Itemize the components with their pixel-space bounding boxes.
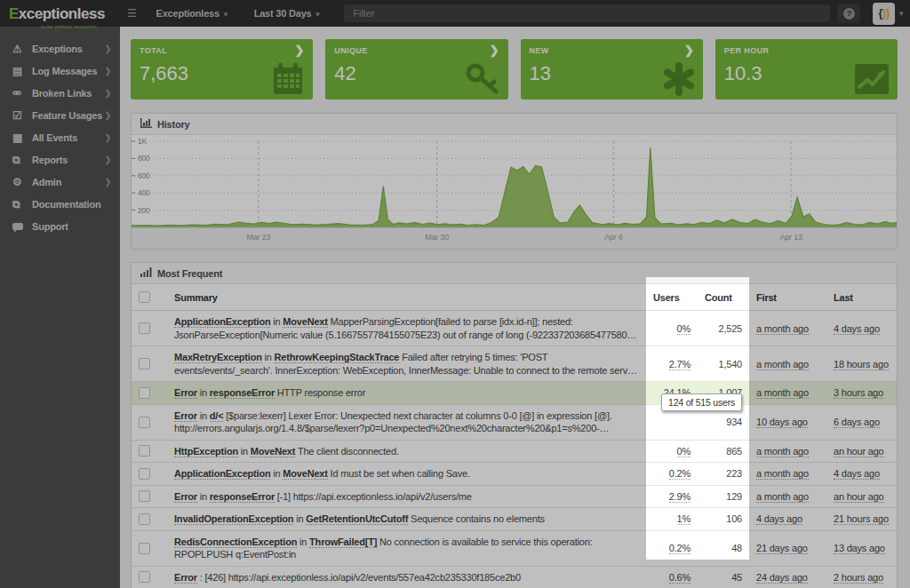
users-percent[interactable]: 0.2% <box>669 543 690 554</box>
table-row: ApplicationException in MoveNext Id must… <box>132 463 897 486</box>
exception-type-link[interactable]: Error <box>174 572 197 584</box>
exceptionless-dashboard: Exceptionless to be without exception ☰ … <box>0 0 910 588</box>
filter-input[interactable] <box>344 4 830 22</box>
row-checkbox[interactable] <box>139 490 150 502</box>
first-occurrence[interactable]: a month ago <box>756 491 809 503</box>
first-occurrence[interactable]: 21 days ago <box>756 543 808 554</box>
bar-chart-icon <box>140 118 152 130</box>
first-occurrence[interactable]: 24 days ago <box>756 572 808 584</box>
exception-method-link[interactable]: responseError <box>210 491 275 503</box>
exception-type-link[interactable]: InvalidOperationException <box>174 513 293 525</box>
chevron-right-icon: ❯ <box>105 133 111 142</box>
row-checkbox[interactable] <box>139 468 150 480</box>
exception-method-link[interactable]: ThrowFailed[T] <box>309 536 377 548</box>
first-occurrence[interactable]: 10 days ago <box>756 417 808 428</box>
last-occurrence[interactable]: an hour ago <box>834 446 884 457</box>
summary-cell: MaxRetryException in RethrowKeepingStack… <box>174 351 639 377</box>
logo[interactable]: Exceptionless to be without exception <box>0 6 120 21</box>
column-header-first[interactable]: First <box>749 284 826 311</box>
sidebar-item-exceptions[interactable]: ⚠Exceptions❯ <box>0 37 120 60</box>
first-occurrence[interactable]: a month ago <box>756 323 809 335</box>
stat-card-total[interactable]: TOTAL❯ 7,663 <box>131 39 313 99</box>
first-occurrence[interactable]: a month ago <box>756 359 809 370</box>
exception-type-link[interactable]: Error <box>174 410 197 422</box>
exception-method-link[interactable]: GetRetentionUtcCutoff <box>306 513 408 525</box>
question-icon: ? <box>843 8 855 20</box>
sidebar-toggle-icon[interactable]: ☰ <box>120 7 144 20</box>
row-checkbox[interactable] <box>139 417 150 428</box>
last-occurrence[interactable]: 6 days ago <box>834 417 880 428</box>
column-header-users[interactable]: Users <box>646 284 698 311</box>
last-occurrence[interactable]: 13 days ago <box>834 543 885 554</box>
stat-card-new[interactable]: NEW❯ 13 <box>521 39 703 99</box>
row-checkbox[interactable] <box>139 358 150 369</box>
users-cell: 2.9% <box>646 485 698 508</box>
users-percent[interactable]: 2.9% <box>669 491 690 503</box>
last-occurrence[interactable]: 2 hours ago <box>834 572 883 584</box>
last-occurrence[interactable]: an hour ago <box>834 491 884 503</box>
count-cell: 45 <box>698 566 749 588</box>
column-header-last[interactable]: Last <box>826 284 897 311</box>
last-occurrence[interactable]: 18 hours ago <box>834 359 889 370</box>
exception-type-link[interactable]: RedisConnectionException <box>174 536 297 548</box>
users-cell: 1% <box>646 508 698 531</box>
exception-type-link[interactable]: ApplicationException <box>174 468 270 480</box>
exception-type-link[interactable]: Error <box>174 491 197 503</box>
exception-type-link[interactable]: MaxRetryException <box>174 352 262 363</box>
last-occurrence[interactable]: 4 days ago <box>834 468 880 480</box>
sidebar-item-support[interactable]: Support <box>0 215 120 237</box>
summary-cell: Error : [426] https://api.exceptionless.… <box>174 571 639 584</box>
first-occurrence[interactable]: 4 days ago <box>756 513 802 525</box>
users-percent[interactable]: 1% <box>677 513 691 525</box>
row-checkbox[interactable] <box>139 445 150 457</box>
row-checkbox[interactable] <box>139 387 150 399</box>
column-header-summary[interactable]: Summary <box>167 284 646 311</box>
users-percent[interactable]: 0.6% <box>669 572 690 584</box>
last-occurrence[interactable]: 21 hours ago <box>834 513 889 525</box>
users-percent[interactable]: 2.7% <box>669 359 690 370</box>
exception-message: Id must be set when calling Save. <box>331 468 470 479</box>
stat-card-unique[interactable]: UNIQUE❯ 42 <box>325 39 507 99</box>
row-checkbox[interactable] <box>139 543 150 554</box>
sidebar-item-log-messages[interactable]: ▤Log Messages❯ <box>0 60 120 82</box>
exception-method-link[interactable]: RethrowKeepingStackTrace <box>275 352 400 363</box>
last-occurrence[interactable]: 4 days ago <box>834 323 880 335</box>
history-chart[interactable]: 2004006008001KMar 23Mar 30Apr 6Apr 13 <box>132 135 897 249</box>
exception-method-link[interactable]: MoveNext <box>283 468 327 480</box>
help-button[interactable]: ? <box>837 4 860 23</box>
key-icon <box>464 62 501 96</box>
exception-method-link[interactable]: d/< <box>210 410 224 422</box>
users-percent[interactable]: 0% <box>677 323 691 335</box>
first-occurrence[interactable]: a month ago <box>756 387 809 399</box>
date-range-menu[interactable]: Last 30 Days▼ <box>242 8 334 19</box>
users-percent[interactable]: 0% <box>677 446 691 457</box>
sidebar-item-broken-links[interactable]: ⚮Broken Links❯ <box>0 82 120 104</box>
stat-card-per-hour[interactable]: PER HOUR 10.3 <box>715 39 898 99</box>
exception-type-link[interactable]: Error <box>174 387 197 399</box>
exception-type-link[interactable]: ApplicationException <box>174 316 270 328</box>
exception-method-link[interactable]: MoveNext <box>251 446 295 457</box>
table-row: ApplicationException in MoveNext MapperP… <box>132 311 897 346</box>
sidebar-item-all-events[interactable]: ▦All Events❯ <box>0 126 120 148</box>
chevron-down-icon[interactable]: ▼ <box>898 10 905 18</box>
exception-method-link[interactable]: responseError <box>210 387 275 399</box>
row-checkbox[interactable] <box>139 571 150 583</box>
last-occurrence[interactable]: 3 hours ago <box>834 387 883 399</box>
chat-icon <box>12 220 32 233</box>
exception-type-link[interactable]: HttpException <box>174 446 238 457</box>
first-occurrence[interactable]: a month ago <box>756 446 809 457</box>
exception-method-link[interactable]: MoveNext <box>283 316 327 328</box>
users-percent[interactable]: 0.2% <box>669 468 690 480</box>
sidebar-item-reports[interactable]: ⧉Reports❯ <box>0 148 120 171</box>
sidebar-item-admin[interactable]: ⚙Admin❯ <box>0 171 120 193</box>
sidebar-item-feature-usages[interactable]: ☑Feature Usages❯ <box>0 104 120 126</box>
row-checkbox[interactable] <box>139 513 150 525</box>
column-header-count[interactable]: Count <box>698 284 749 311</box>
first-occurrence[interactable]: a month ago <box>756 468 809 480</box>
user-avatar[interactable]: {)} <box>873 3 895 25</box>
select-all-checkbox[interactable] <box>139 291 150 303</box>
first-occurrence-cell: a month ago <box>749 463 826 486</box>
row-checkbox[interactable] <box>139 322 150 334</box>
project-menu[interactable]: Exceptionless▼ <box>144 8 242 19</box>
sidebar-item-documentation[interactable]: ⧉Documentation <box>0 193 120 215</box>
